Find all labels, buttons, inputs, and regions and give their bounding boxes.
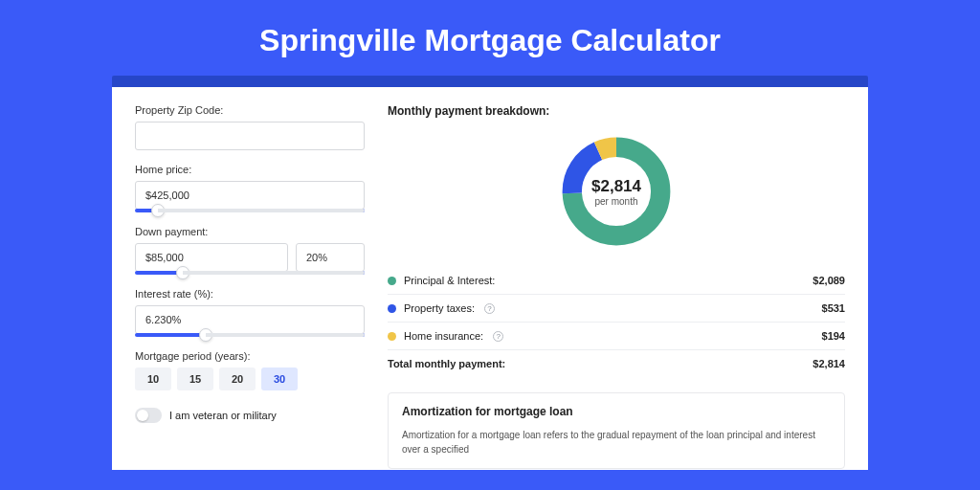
- down-payment-row: [135, 243, 365, 272]
- rate-group: Interest rate (%):: [135, 288, 365, 337]
- legend-label: Principal & Interest:: [404, 275, 495, 286]
- rate-input[interactable]: [135, 305, 365, 334]
- period-15-button[interactable]: 15: [177, 368, 213, 390]
- veteran-row: I am veteran or military: [135, 408, 365, 423]
- donut-chart-wrap: $2,814 per month: [388, 127, 845, 267]
- zip-field-group: Property Zip Code:: [135, 104, 365, 150]
- legend-amount: $531: [822, 302, 845, 314]
- down-payment-slider-thumb[interactable]: [176, 266, 189, 279]
- legend-row-total: Total monthly payment: $2,814: [388, 349, 845, 377]
- period-label: Mortgage period (years):: [135, 350, 365, 362]
- swatch-yellow-icon: [388, 332, 396, 341]
- donut-center: $2,814 per month: [558, 133, 675, 250]
- amortization-title: Amortization for mortgage loan: [402, 405, 831, 418]
- donut-sublabel: per month: [594, 196, 637, 207]
- home-price-slider[interactable]: [135, 209, 365, 212]
- period-options: 10 15 20 30: [135, 368, 365, 390]
- home-price-input[interactable]: [135, 181, 365, 210]
- legend-left: Principal & Interest:: [388, 275, 495, 286]
- legend-row-insurance: Home insurance: ? $194: [388, 322, 845, 349]
- card-shadow: Property Zip Code: Home price: Down paym…: [112, 76, 868, 470]
- rate-label: Interest rate (%):: [135, 288, 365, 300]
- down-payment-group: Down payment:: [135, 226, 365, 275]
- legend-label: Home insurance:: [404, 330, 483, 342]
- total-amount: $2,814: [813, 358, 845, 369]
- legend-label: Property taxes:: [404, 302, 475, 314]
- swatch-green-icon: [388, 277, 396, 285]
- veteran-toggle-knob: [137, 410, 148, 421]
- calculator-card: Property Zip Code: Home price: Down paym…: [112, 87, 868, 470]
- legend-row-principal: Principal & Interest: $2,089: [388, 267, 845, 294]
- total-label: Total monthly payment:: [388, 358, 505, 369]
- info-icon[interactable]: ?: [493, 331, 503, 342]
- rate-slider-thumb[interactable]: [199, 328, 212, 342]
- page-title: Springville Mortgage Calculator: [0, 0, 980, 76]
- down-payment-pct-input[interactable]: [296, 243, 365, 272]
- veteran-toggle[interactable]: [135, 408, 162, 423]
- down-payment-label: Down payment:: [135, 226, 365, 237]
- zip-input[interactable]: [135, 122, 365, 150]
- breakdown-column: Monthly payment breakdown: $2,814 per mo…: [388, 104, 845, 470]
- period-20-button[interactable]: 20: [219, 368, 256, 390]
- down-payment-slider[interactable]: [135, 271, 365, 275]
- legend-left: Home insurance: ?: [388, 330, 503, 342]
- legend-amount: $194: [822, 330, 845, 342]
- home-price-label: Home price:: [135, 164, 365, 175]
- form-column: Property Zip Code: Home price: Down paym…: [135, 104, 365, 470]
- period-10-button[interactable]: 10: [135, 368, 171, 390]
- down-payment-input[interactable]: [135, 243, 288, 272]
- legend: Principal & Interest: $2,089 Property ta…: [388, 267, 845, 377]
- amortization-box: Amortization for mortgage loan Amortizat…: [388, 392, 845, 469]
- breakdown-heading: Monthly payment breakdown:: [388, 104, 845, 118]
- period-group: Mortgage period (years): 10 15 20 30: [135, 350, 365, 390]
- veteran-label: I am veteran or military: [169, 410, 277, 421]
- swatch-blue-icon: [388, 304, 396, 313]
- donut-chart: $2,814 per month: [558, 133, 675, 250]
- legend-row-taxes: Property taxes: ? $531: [388, 294, 845, 322]
- home-price-slider-thumb[interactable]: [151, 204, 165, 217]
- legend-left: Property taxes: ?: [388, 302, 495, 314]
- info-icon[interactable]: ?: [484, 303, 495, 314]
- donut-amount: $2,814: [591, 177, 641, 196]
- home-price-group: Home price:: [135, 164, 365, 212]
- zip-label: Property Zip Code:: [135, 104, 365, 116]
- period-30-button[interactable]: 30: [261, 368, 298, 390]
- amortization-body: Amortization for a mortgage loan refers …: [402, 428, 831, 457]
- legend-amount: $2,089: [813, 275, 845, 286]
- rate-slider[interactable]: [135, 333, 365, 337]
